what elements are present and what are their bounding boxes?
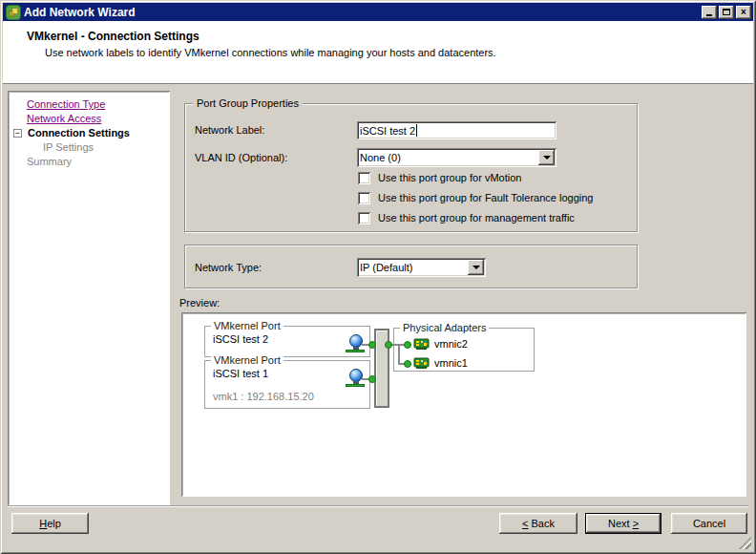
step-summary: Summary bbox=[8, 155, 170, 169]
vmotion-checkbox[interactable] bbox=[358, 172, 370, 184]
vmkernel-port-2-group-label: VMkernel Port bbox=[211, 354, 284, 366]
management-traffic-checkbox[interactable] bbox=[358, 212, 370, 224]
network-type-select[interactable]: IP (Default) bbox=[357, 258, 486, 277]
network-type-box: Network Type: IP (Default) bbox=[184, 245, 638, 288]
nic-card-icon bbox=[413, 338, 430, 351]
vmotion-checkbox-row: Use this port group for vMotion bbox=[358, 172, 521, 184]
management-traffic-checkbox-label: Use this port group for management traff… bbox=[378, 212, 575, 224]
vmotion-checkbox-label: Use this port group for vMotion bbox=[378, 172, 521, 184]
step-network-access[interactable]: Network Access bbox=[8, 112, 170, 126]
back-button[interactable]: < Back bbox=[499, 513, 578, 534]
preview-caption: Preview: bbox=[179, 297, 220, 309]
connector-dot bbox=[368, 341, 376, 349]
minimize-icon[interactable] bbox=[702, 6, 717, 19]
page-subtitle: Use network labels to identify VMkernel … bbox=[45, 47, 496, 58]
vlan-id-value: None (0) bbox=[360, 152, 538, 163]
next-button[interactable]: Next > bbox=[585, 513, 662, 534]
cancel-button[interactable]: Cancel bbox=[671, 513, 747, 534]
connector-dot bbox=[404, 341, 411, 349]
connector-dot bbox=[404, 360, 411, 368]
dropdown-arrow-icon[interactable] bbox=[468, 260, 484, 275]
step-connection-settings: − Connection Settings bbox=[8, 126, 170, 140]
page-title: VMkernel - Connection Settings bbox=[27, 30, 200, 43]
adapter-name: vmnic2 bbox=[434, 338, 468, 351]
vmkernel-port-1-name: iSCSI test 2 bbox=[213, 333, 268, 345]
text-caret bbox=[416, 124, 417, 137]
maximize-icon[interactable] bbox=[719, 6, 734, 19]
window-title: Add Network Wizard bbox=[24, 6, 700, 19]
fault-tolerance-checkbox-row: Use this port group for Fault Tolerance … bbox=[358, 192, 593, 204]
fault-tolerance-checkbox[interactable] bbox=[358, 192, 370, 204]
network-type-label: Network Type: bbox=[195, 262, 262, 273]
management-traffic-checkbox-row: Use this port group for management traff… bbox=[358, 212, 575, 224]
vmkernel-port-2-ip: vmk1 : 192.168.15.20 bbox=[213, 391, 314, 402]
expander-minus-icon[interactable]: − bbox=[13, 129, 22, 138]
step-connection-settings-label: Connection Settings bbox=[28, 127, 130, 138]
network-label-value: iSCSI test 2 bbox=[360, 125, 415, 137]
nic-card-icon bbox=[413, 357, 430, 370]
titlebar[interactable]: Add Network Wizard × bbox=[3, 3, 753, 21]
adapter-name: vmnic1 bbox=[434, 357, 468, 370]
vmkernel-port-1-group-label: VMkernel Port bbox=[211, 320, 284, 331]
network-label-input[interactable]: iSCSI test 2 bbox=[357, 121, 556, 139]
wizard-steps-sidebar: Connection Type Network Access − Connect… bbox=[8, 91, 170, 505]
vlan-id-label: VLAN ID (Optional): bbox=[195, 152, 287, 163]
physical-adapters-group-label: Physical Adapters bbox=[400, 322, 489, 333]
connector-dot bbox=[368, 375, 376, 383]
port-group-properties-box: Port Group Properties Network Label: iSC… bbox=[184, 103, 638, 232]
step-connection-type[interactable]: Connection Type bbox=[8, 97, 170, 112]
vmkernel-port-2-name: iSCSI test 1 bbox=[213, 368, 268, 379]
vlan-id-select[interactable]: None (0) bbox=[357, 148, 556, 167]
add-network-wizard-window: Add Network Wizard × VMkernel - Connecti… bbox=[0, 0, 756, 554]
network-label-label: Network Label: bbox=[195, 124, 264, 136]
close-icon[interactable]: × bbox=[736, 6, 751, 19]
connector-dot bbox=[385, 341, 392, 349]
connector-line bbox=[398, 344, 400, 365]
port-group-properties-legend: Port Group Properties bbox=[193, 97, 303, 109]
help-button[interactable]: Help bbox=[11, 513, 89, 534]
vmware-wizard-icon bbox=[6, 5, 21, 20]
resize-grip[interactable] bbox=[739, 537, 751, 549]
footer-divider bbox=[8, 505, 748, 507]
dropdown-arrow-icon[interactable] bbox=[538, 150, 555, 165]
preview-panel: VMkernel Port iSCSI test 2 VMkernel Port… bbox=[181, 312, 746, 497]
wizard-header: VMkernel - Connection Settings Use netwo… bbox=[3, 21, 753, 84]
network-type-value: IP (Default) bbox=[360, 262, 468, 273]
fault-tolerance-checkbox-label: Use this port group for Fault Tolerance … bbox=[378, 192, 593, 204]
step-ip-settings: IP Settings bbox=[8, 140, 170, 155]
